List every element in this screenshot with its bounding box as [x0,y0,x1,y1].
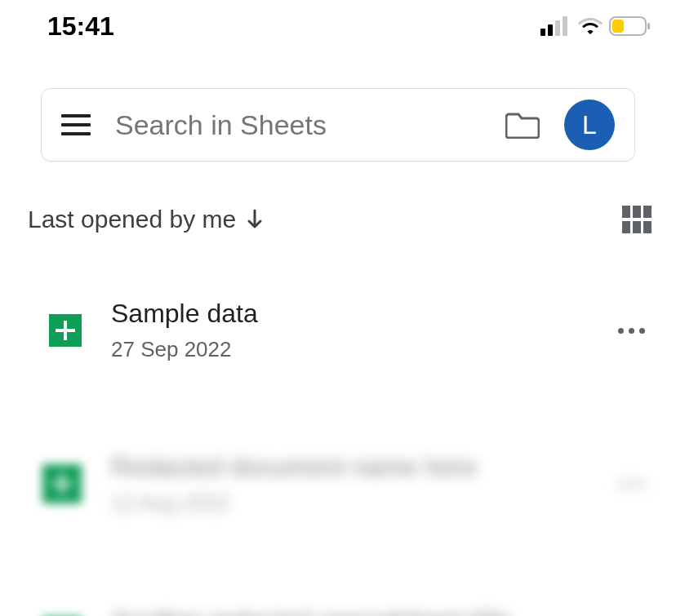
cellular-icon [540,16,571,36]
svg-rect-10 [622,221,630,233]
wifi-icon [578,17,603,35]
svg-rect-8 [633,206,641,218]
status-icons [540,16,652,36]
svg-rect-3 [563,16,567,36]
file-info: Redacted document name here 12 Aug 2022 [111,452,582,516]
sort-label-text: Last opened by me [28,206,236,233]
battery-icon [609,16,652,36]
file-title: Redacted document name here [111,452,582,482]
file-item[interactable]: Sample data 27 Sep 2022 [0,287,676,374]
file-list: Sample data 27 Sep 2022 Redacted documen… [0,287,676,616]
avatar-initial: L [582,110,597,140]
svg-rect-0 [540,29,545,36]
more-options-icon[interactable] [612,475,652,494]
svg-rect-7 [622,206,630,218]
svg-rect-6 [647,23,650,29]
search-bar: L [41,88,635,162]
more-options-icon[interactable] [612,321,652,340]
svg-rect-9 [643,206,652,218]
file-date: 27 Sep 2022 [111,337,582,362]
sort-dropdown[interactable]: Last opened by me [28,206,265,233]
avatar[interactable]: L [564,100,615,150]
menu-icon[interactable] [61,114,91,135]
chevron-down-icon [244,209,265,230]
folder-icon[interactable] [505,111,540,139]
svg-rect-5 [612,20,624,33]
file-title: Sample data [111,299,582,329]
sort-row: Last opened by me [28,206,652,233]
sheets-icon [49,314,82,347]
file-date: 12 Aug 2022 [111,490,582,516]
sheets-icon [42,464,82,503]
file-item[interactable]: Another redacted spreadsheet title 03 Ju… [0,594,676,616]
svg-rect-1 [548,24,553,36]
status-bar: 15:41 [0,0,676,49]
file-info: Another redacted spreadsheet title 03 Ju… [111,605,582,616]
search-input[interactable] [115,109,481,141]
file-title: Another redacted spreadsheet title [111,605,582,616]
file-item[interactable]: Redacted document name here 12 Aug 2022 [0,441,676,527]
status-time: 15:41 [47,11,114,42]
svg-rect-11 [633,221,641,233]
grid-view-icon[interactable] [622,206,652,233]
file-info: Sample data 27 Sep 2022 [111,299,582,362]
svg-rect-2 [555,20,560,36]
svg-rect-12 [643,221,652,233]
